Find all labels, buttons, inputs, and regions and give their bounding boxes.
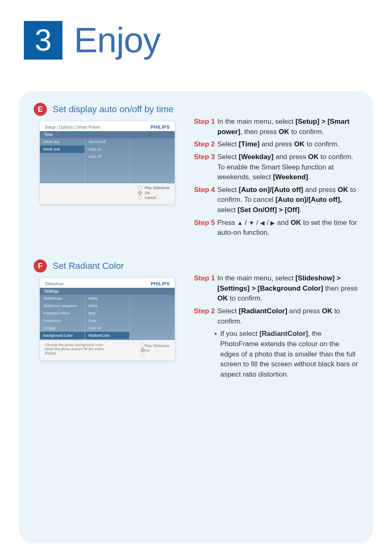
- device-col2-item: Auto off: [85, 153, 129, 160]
- step-body: In the main menu, select [Setup] > [Smar…: [217, 117, 358, 137]
- step-body: Press ▲ / ▼ / ◀ / ▶ and OK to set the ti…: [217, 218, 358, 238]
- page-header: 3 Enjoy: [0, 0, 392, 77]
- device-col1-item: Slideshow sequence: [40, 302, 85, 310]
- device-col1: Slideshows Slideshow sequence Transition…: [40, 295, 85, 340]
- device-col2: White Black Red Grey Auto Fit RadiantCol…: [85, 295, 129, 340]
- device-bar: Settings: [40, 288, 175, 295]
- step-body: Select [RadiantColor] and press OK to co…: [217, 306, 358, 326]
- device-footer: Play Slideshow OK Cancel: [40, 183, 175, 204]
- bullet-body: If you select [RadiantColor], the PhotoF…: [220, 329, 358, 379]
- device-footer-item: OK: [145, 349, 150, 353]
- step-label: Step 5: [194, 218, 215, 238]
- bullet-icon: •: [214, 329, 217, 379]
- section-pill-f: F: [34, 259, 47, 273]
- device-col1-item: Week day: [40, 138, 85, 146]
- device-col2-item: Black: [85, 302, 129, 310]
- page-title: Enjoy: [74, 20, 160, 60]
- device-col2-item: Auto Fit: [85, 324, 129, 332]
- device-breadcrumb: Slideshow: [45, 282, 64, 286]
- step-label: Step 3: [194, 152, 215, 183]
- step-label: Step 1: [194, 273, 215, 304]
- step-label: Step 2: [194, 139, 215, 150]
- device-footer-item: Cancel: [145, 196, 156, 200]
- step-body: Select [Weekday] and press OK to confirm…: [217, 152, 358, 183]
- step-label: Step 2: [194, 306, 215, 326]
- device-col2-item: Auto on: [85, 146, 129, 153]
- device-col2: Set On/Off Auto on Auto off: [85, 138, 129, 183]
- device-col2-item: Set On/Off: [85, 138, 129, 146]
- device-brand: PHILIPS: [151, 125, 170, 130]
- device-col1-item: Collage: [40, 324, 85, 332]
- device-col1-item: Background Color: [40, 332, 85, 339]
- device-mock-e: Setup | Options | Smart Power PHILIPS Ti…: [39, 121, 175, 204]
- device-col1: Week day Week end: [40, 138, 85, 183]
- device-col2-item: Red: [85, 310, 129, 317]
- section-number-box: 3: [24, 21, 62, 60]
- content-panel: E Set display auto on/off by time Setup …: [19, 91, 373, 543]
- section-title-e: Set display auto on/off by time: [53, 104, 173, 115]
- steps-e: Step 1In the main menu, select [Setup] >…: [194, 103, 358, 240]
- device-mock-f: Slideshow PHILIPS Settings Slideshows Sl…: [39, 278, 175, 361]
- section-pill-e: E: [34, 103, 47, 116]
- device-col1-item: Week end: [40, 146, 85, 153]
- device-col1-item: Slideshows: [40, 295, 85, 302]
- device-bar: Time: [40, 131, 175, 138]
- device-footer-item: OK: [145, 191, 150, 195]
- device-col2-item: RadiantColor: [85, 332, 129, 339]
- device-col2-item: White: [85, 295, 129, 302]
- device-brand: PHILIPS: [151, 281, 170, 286]
- step-label: Step 1: [194, 117, 215, 137]
- step-body: Select [Auto on]/[Auto off] and press OK…: [217, 185, 358, 215]
- steps-f: Step 1In the main menu, select [Slidesho…: [194, 259, 358, 379]
- device-footer-item: Play Slideshow: [145, 186, 170, 190]
- section-f: F Set Radiant Color Slideshow PHILIPS Se…: [34, 259, 358, 379]
- device-col1-item: Transition Effect: [40, 310, 85, 317]
- step-body: Select [Time] and press OK to confirm.: [217, 139, 358, 150]
- device-footer-item: Play Slideshow: [145, 344, 170, 348]
- device-breadcrumb: Setup | Options | Smart Power: [45, 125, 100, 130]
- device-col2-item: Grey: [85, 317, 129, 324]
- step-body: In the main menu, select [Slideshow] > […: [217, 273, 358, 304]
- step-label: Step 4: [194, 185, 215, 215]
- device-hint: Choose the photo background color when t…: [45, 343, 111, 355]
- section-e: E Set display auto on/off by time Setup …: [34, 103, 358, 240]
- section-title-f: Set Radiant Color: [53, 261, 124, 271]
- device-col1-item: Frequency: [40, 317, 85, 324]
